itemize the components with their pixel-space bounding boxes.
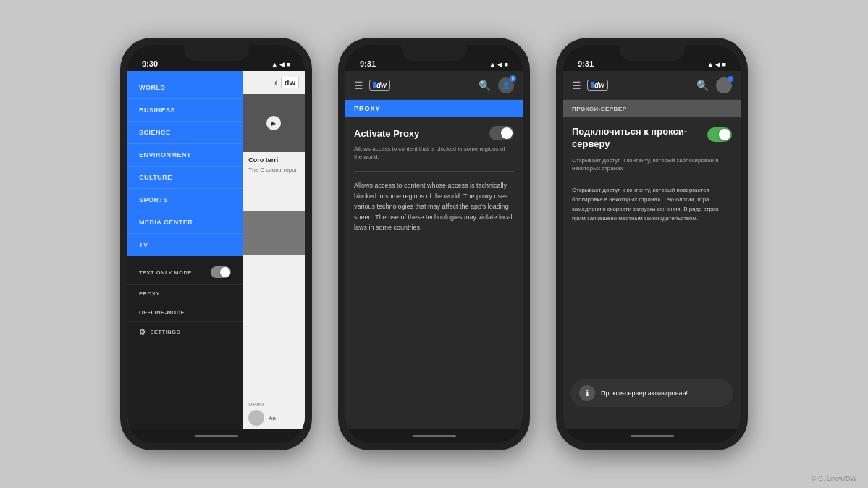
header-icons-right-3: 🔍	[696, 77, 732, 93]
toast-text: Прокси-сервер активирован!	[601, 390, 688, 397]
avatar-icon[interactable]: 👤 0	[498, 77, 514, 93]
sidebar-item-world[interactable]: WORLD	[127, 77, 243, 99]
sidebar-proxy[interactable]: PROXY	[127, 285, 243, 303]
play-button[interactable]: ▶	[266, 116, 281, 130]
opinion-label: OPINI	[248, 402, 299, 407]
dw-logo-3: dw	[587, 80, 608, 91]
news-title: Coro terri	[248, 156, 299, 165]
phone-1: 9:30 ▲ ◀ ■ WORLD BUSINESS SCIENCE ENVIRO…	[120, 38, 312, 450]
phone1-news-content: ▶ Coro terri The C countr repor OPINI	[243, 94, 305, 429]
gear-icon: ⚙	[139, 328, 146, 336]
status-time-2: 9:31	[360, 59, 376, 68]
sidebar-item-environment[interactable]: ENVIRONMENT	[127, 144, 243, 167]
proxy-bar-2: PROXY	[345, 100, 523, 117]
phone-2: 9:31 ▲ ◀ ■ ☰ dw 🔍	[338, 38, 530, 450]
back-icon[interactable]: ‹	[274, 76, 277, 89]
sidebar-offline-mode[interactable]: OFFLINE-MODE	[127, 303, 243, 322]
notch-2	[402, 45, 467, 61]
sidebar-item-sports[interactable]: SPORTS	[127, 189, 243, 211]
status-icons-3: ▲ ◀ ■	[707, 61, 726, 68]
dw-logo: dw	[281, 77, 299, 88]
proxy-bar-3: ПРОКСИ-СЕРВЕР	[563, 100, 741, 117]
watermark: © O. Linow/DW	[812, 475, 856, 482]
proxy3-desc1: Открывает доступ к контенту, который пов…	[572, 186, 732, 223]
status-icons-1: ▲ ◀ ■	[271, 61, 290, 68]
avatar-badge: 0	[510, 75, 516, 82]
proxy-content-2: Activate Proxy Allows access to content …	[345, 117, 523, 429]
avatar-badge-3	[728, 76, 733, 82]
activate-proxy-title: Activate Proxy	[354, 128, 419, 139]
scene: 9:30 ▲ ◀ ■ WORLD BUSINESS SCIENCE ENVIRO…	[0, 0, 868, 488]
news-item-1: Coro terri The C countr repor	[243, 152, 305, 178]
phone1-header: ‹ dw	[243, 71, 305, 94]
phone1-content: ‹ dw ▶ Coro terri The C countr repor	[243, 71, 305, 429]
sidebar: WORLD BUSINESS SCIENCE ENVIRONMENT CULTU…	[127, 71, 243, 429]
opinion-author: An	[269, 415, 276, 421]
proxy3-title: Подключиться к прокси-серверу	[572, 126, 701, 151]
proxy3-content: Подключиться к прокси-серверу Открывает …	[563, 117, 741, 429]
sidebar-item-science[interactable]: SCIENCE	[127, 122, 243, 144]
phone-3: 9:31 ▲ ◀ ■ ☰ dw 🔍	[556, 38, 748, 450]
activate-proxy-toggle[interactable]	[489, 126, 514, 140]
proxy3-toggle[interactable]	[707, 127, 732, 142]
app-header-2: ☰ dw 🔍 👤 0	[345, 71, 523, 100]
notch-1	[184, 45, 249, 61]
home-indicator-3	[563, 429, 741, 443]
sidebar-item-mediacenter[interactable]: MEDIA CENTER	[127, 211, 243, 234]
news-sub: The C countr repor	[248, 167, 299, 174]
info-icon: ℹ	[579, 385, 595, 401]
app-header-3: ☰ dw 🔍	[563, 71, 741, 100]
dw-logo-2: dw	[369, 80, 390, 91]
proxy-bar-label-2: PROXY	[354, 105, 381, 112]
sidebar-item-culture[interactable]: CULTURE	[127, 167, 243, 189]
status-icons-2: ▲ ◀ ■	[489, 61, 508, 68]
proxy-subtitle: Allows access to content that is blocked…	[354, 145, 514, 161]
text-only-mode-toggle[interactable]	[211, 266, 231, 278]
sidebar-text-only-mode[interactable]: TEXT ONLY MODE	[127, 261, 243, 285]
proxy-bar-label-3: ПРОКСИ-СЕРВЕР	[572, 106, 627, 112]
hamburger-icon-3[interactable]: ☰	[572, 80, 581, 91]
news-image	[243, 211, 305, 255]
sidebar-settings[interactable]: ⚙ SETTINGS	[127, 322, 243, 342]
hamburger-icon[interactable]: ☰	[354, 80, 363, 91]
avatar-container-3[interactable]	[716, 77, 732, 93]
proxy-description: Allows access to content whose access is…	[354, 180, 514, 232]
search-icon-3[interactable]: 🔍	[696, 80, 709, 91]
header-icons-right: 🔍 👤 0	[479, 77, 514, 93]
news-card-image: ▶	[243, 94, 305, 152]
proxy3-subtitle: Открывает доступ к контенту, который заб…	[572, 156, 732, 172]
proxy3-title-row: Подключиться к прокси-серверу	[572, 126, 732, 151]
search-icon[interactable]: 🔍	[479, 80, 491, 91]
status-time-1: 9:30	[142, 59, 158, 68]
activate-proxy-row: Activate Proxy	[354, 126, 514, 140]
sidebar-item-business[interactable]: BUSINESS	[127, 99, 243, 122]
home-indicator-1	[127, 429, 305, 443]
status-time-3: 9:31	[578, 59, 594, 68]
notch-3	[620, 45, 685, 61]
toast-notification: ℹ Прокси-сервер активирован!	[570, 379, 733, 407]
sidebar-item-tv[interactable]: TV	[127, 234, 243, 256]
home-indicator-2	[345, 429, 523, 443]
